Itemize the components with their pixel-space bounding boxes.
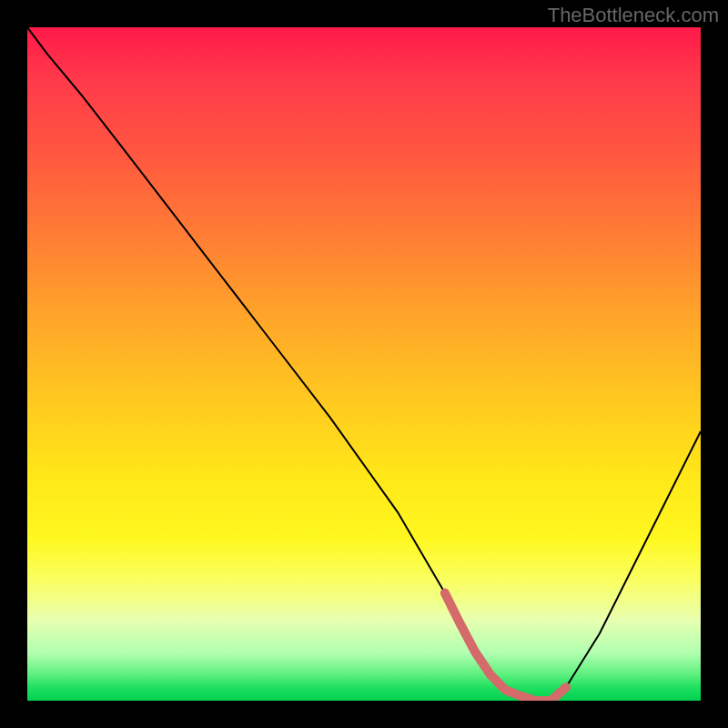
plot-area	[27, 27, 701, 701]
optimal-range-highlight	[445, 593, 566, 701]
watermark-text: TheBottleneck.com	[548, 4, 719, 27]
highlight-svg	[27, 27, 701, 701]
